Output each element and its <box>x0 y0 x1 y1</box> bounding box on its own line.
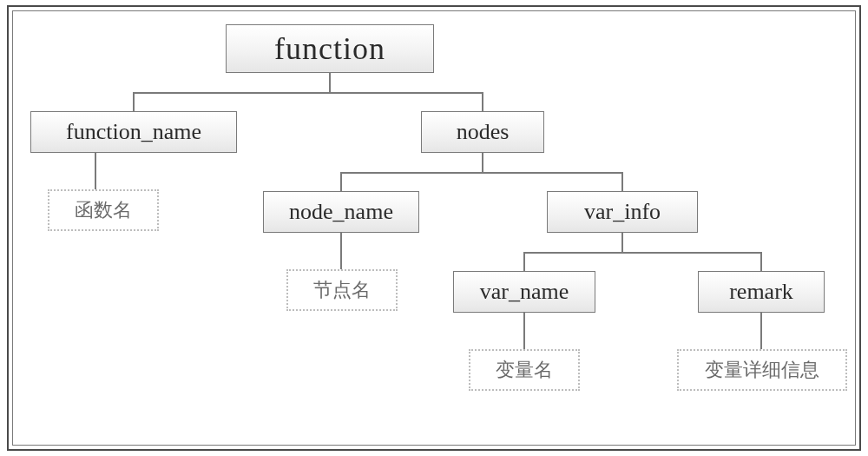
conn-root-down <box>329 73 331 92</box>
conn-to-var-name <box>523 252 525 271</box>
conn-level2-bus <box>340 172 623 174</box>
leaf-remark-text: 变量详细信息 <box>705 357 819 383</box>
node-var-info: var_info <box>547 191 698 233</box>
node-var-info-label: var_info <box>584 199 661 225</box>
leaf-var-name-value: 变量名 <box>469 349 580 391</box>
leaf-function-name-text: 函数名 <box>75 197 132 223</box>
node-function-name-label: function_name <box>66 119 201 145</box>
conn-to-function-name <box>133 92 135 111</box>
leaf-function-name-value: 函数名 <box>48 189 159 231</box>
node-remark-label: remark <box>729 279 793 305</box>
node-remark: remark <box>698 271 825 313</box>
conn-level3-bus <box>523 252 762 254</box>
node-function: function <box>226 24 434 73</box>
diagram-canvas: function function_name nodes 函数名 node_na… <box>0 0 868 456</box>
conn-to-node-name <box>340 172 342 191</box>
node-nodes-label: nodes <box>457 119 510 145</box>
leaf-node-name-text: 节点名 <box>313 277 371 303</box>
conn-to-var-info <box>621 172 623 191</box>
leaf-remark-value: 变量详细信息 <box>677 349 847 391</box>
node-function-label: function <box>274 30 385 67</box>
conn-remark-to-leaf <box>760 313 762 349</box>
node-node-name: node_name <box>263 191 419 233</box>
node-function-name: function_name <box>30 111 237 153</box>
conn-to-remark <box>760 252 762 271</box>
node-var-name: var_name <box>453 271 595 313</box>
node-var-name-label: var_name <box>480 279 569 305</box>
conn-node-name-to-leaf <box>340 233 342 269</box>
leaf-var-name-text: 变量名 <box>496 357 553 383</box>
conn-fn-to-leaf <box>95 153 96 189</box>
leaf-node-name-value: 节点名 <box>286 269 398 311</box>
conn-level1-bus <box>133 92 483 94</box>
conn-to-nodes <box>482 92 483 111</box>
conn-var-name-to-leaf <box>523 313 525 349</box>
node-node-name-label: node_name <box>289 199 393 225</box>
node-nodes: nodes <box>421 111 544 153</box>
conn-var-info-down <box>621 233 623 252</box>
conn-nodes-down <box>482 153 483 172</box>
